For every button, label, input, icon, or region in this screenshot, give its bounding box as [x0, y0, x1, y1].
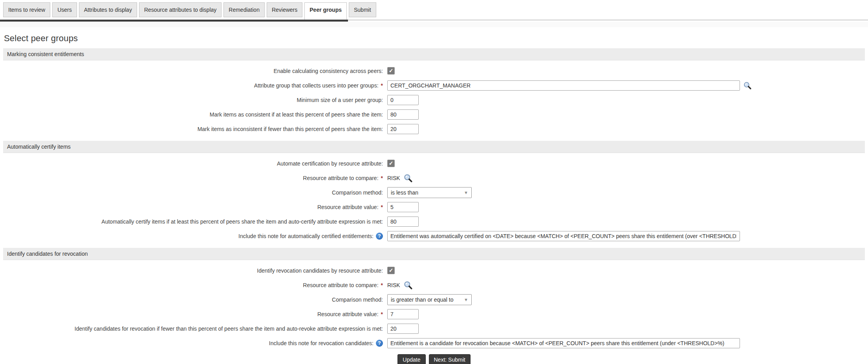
tab-underline	[0, 20, 868, 22]
field-label: Resource attribute value:	[317, 204, 379, 210]
field-label: Include this note for automatically cert…	[238, 233, 374, 239]
row-revocation-note: Include this note for revocation candida…	[0, 336, 868, 350]
attribute-group-input[interactable]	[387, 80, 740, 91]
row-revoke-comparison-method: Comparison method: is greater than or eq…	[0, 292, 868, 307]
update-button[interactable]: Update	[397, 354, 425, 364]
field-label: Attribute group that collects users into…	[254, 82, 379, 89]
check-icon: ✓	[389, 267, 394, 273]
field-label: Include this note for revocation candida…	[269, 340, 374, 346]
row-certify-comparison-method: Comparison method: is less than ▼	[0, 185, 868, 200]
field-label: Comparison method:	[332, 297, 383, 303]
auto-revoke-percent-input[interactable]	[387, 324, 419, 334]
revoke-comparison-method-select[interactable]: is greater than or equal to ▼	[387, 294, 472, 305]
chevron-down-icon: ▼	[464, 190, 468, 195]
action-bar: Update Next: Submit	[0, 354, 868, 364]
row-automate-certification: Automate certification by resource attri…	[0, 156, 868, 171]
field-label: Minimum size of a user peer group:	[297, 97, 383, 103]
row-certify-attribute-value: Resource attribute value: *	[0, 200, 868, 214]
tab-submit[interactable]: Submit	[349, 2, 376, 17]
certify-comparison-method-select[interactable]: is less than ▼	[387, 187, 472, 198]
certify-resource-attribute-value: RISK	[387, 175, 400, 181]
row-certified-note: Include this note for automatically cert…	[0, 229, 868, 243]
search-icon[interactable]	[403, 173, 413, 183]
section-marking-consistent-entitlements: Enable calculating consistency across pe…	[0, 60, 868, 138]
auto-certify-percent-input[interactable]	[387, 217, 419, 227]
field-label: Resource attribute to compare:	[303, 175, 378, 181]
row-enable-consistency: Enable calculating consistency across pe…	[0, 64, 868, 78]
enable-consistency-checkbox[interactable]: ✓	[387, 67, 395, 75]
certified-note-input[interactable]	[387, 231, 740, 241]
tab-bar: Items to review Users Attributes to disp…	[0, 0, 868, 20]
row-revoke-attribute-value: Resource attribute value: *	[0, 307, 868, 321]
header-strip	[0, 22, 868, 27]
revocation-note-input[interactable]	[387, 338, 740, 348]
row-auto-revoke-percent: Identify candidates for revocation if fe…	[0, 321, 868, 336]
section-automatically-certify-items: Automate certification by resource attri…	[0, 153, 868, 245]
row-auto-certify-percent: Automatically certify items if at least …	[0, 214, 868, 229]
help-icon[interactable]: ?	[376, 340, 383, 347]
row-attribute-group: Attribute group that collects users into…	[0, 78, 868, 93]
inconsistent-percent-input[interactable]	[387, 124, 419, 134]
section-identify-candidates-for-revocation: Identify revocation candidates by resour…	[0, 260, 868, 352]
check-icon: ✓	[389, 160, 394, 166]
required-marker: *	[381, 282, 383, 288]
search-icon[interactable]	[403, 280, 413, 290]
tab-attributes-to-display[interactable]: Attributes to display	[79, 2, 137, 17]
check-icon: ✓	[389, 67, 394, 74]
row-min-peer-group-size: Minimum size of a user peer group:	[0, 93, 868, 107]
required-marker: *	[381, 82, 383, 89]
field-label: Enable calculating consistency across pe…	[273, 68, 383, 74]
chevron-down-icon: ▼	[464, 297, 468, 302]
field-label: Identify revocation candidates by resour…	[257, 268, 383, 274]
field-label: Mark items as inconsistent if fewer than…	[198, 126, 383, 132]
revoke-attribute-value-input[interactable]	[387, 309, 419, 319]
search-icon[interactable]	[743, 81, 752, 90]
row-inconsistent-percent: Mark items as inconsistent if fewer than…	[0, 122, 868, 136]
tab-underline-dark-bar	[0, 20, 348, 22]
certify-attribute-value-input[interactable]	[387, 202, 419, 212]
required-marker: *	[381, 311, 383, 317]
revoke-resource-attribute-value: RISK	[387, 282, 400, 288]
field-label: Mark items as consistent if at least thi…	[210, 111, 383, 118]
required-marker: *	[381, 204, 383, 210]
tab-items-to-review[interactable]: Items to review	[3, 2, 50, 17]
consistent-percent-input[interactable]	[387, 109, 419, 120]
automate-certification-checkbox[interactable]: ✓	[387, 160, 395, 167]
field-label: Automatically certify items if at least …	[101, 218, 383, 225]
section-header-identify-candidates-for-revocation: Identify candidates for revocation	[3, 248, 865, 260]
field-label: Comparison method:	[332, 189, 383, 196]
selected-option: is greater than or equal to	[391, 297, 454, 303]
tab-remediation[interactable]: Remediation	[223, 2, 265, 17]
required-marker: *	[381, 175, 383, 181]
tab-peer-groups[interactable]: Peer groups	[304, 2, 347, 20]
row-certify-resource-attribute: Resource attribute to compare: * RISK	[0, 171, 868, 185]
field-label: Resource attribute to compare:	[303, 282, 378, 288]
section-header-marking-consistent-entitlements: Marking consistent entitlements	[3, 48, 865, 60]
row-consistent-percent: Mark items as consistent if at least thi…	[0, 107, 868, 122]
selected-option: is less than	[391, 189, 418, 196]
field-label: Identify candidates for revocation if fe…	[75, 326, 383, 332]
tab-users[interactable]: Users	[52, 2, 77, 17]
page-title: Select peer groups	[4, 33, 868, 44]
row-revoke-resource-attribute: Resource attribute to compare: * RISK	[0, 278, 868, 292]
help-icon[interactable]: ?	[376, 233, 383, 240]
field-label: Automate certification by resource attri…	[277, 160, 383, 167]
identify-revocation-checkbox[interactable]: ✓	[387, 267, 395, 274]
row-identify-revocation: Identify revocation candidates by resour…	[0, 263, 868, 278]
section-header-automatically-certify-items: Automatically certify items	[3, 141, 865, 153]
field-label: Resource attribute value:	[317, 311, 379, 317]
min-peer-group-size-input[interactable]	[387, 95, 419, 105]
tab-reviewers[interactable]: Reviewers	[267, 2, 302, 17]
tab-resource-attributes-to-display[interactable]: Resource attributes to display	[139, 2, 222, 17]
next-submit-button[interactable]: Next: Submit	[429, 354, 471, 364]
